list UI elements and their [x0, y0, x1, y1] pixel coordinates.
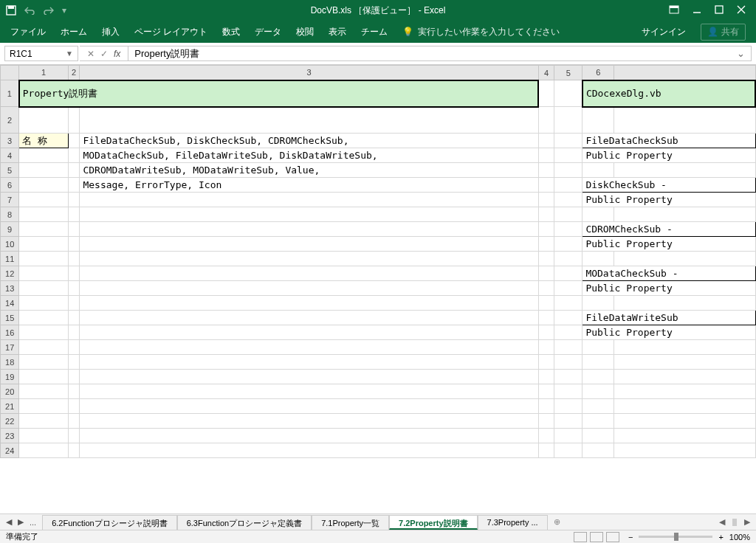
sheet-tab[interactable]: 6.2Functionプロシージャ説明書: [42, 515, 176, 530]
cell[interactable]: [583, 370, 614, 384]
cell[interactable]: [554, 134, 583, 148]
cell[interactable]: [80, 443, 538, 458]
cell[interactable]: [19, 178, 69, 193]
cell[interactable]: [538, 222, 554, 237]
col-header[interactable]: 5: [554, 66, 583, 80]
cell[interactable]: [583, 443, 614, 458]
minimize-icon[interactable]: [693, 5, 701, 16]
cell[interactable]: [68, 134, 80, 148]
cell[interactable]: [554, 207, 583, 222]
cell[interactable]: [19, 429, 69, 443]
cell[interactable]: [80, 107, 538, 134]
row-header[interactable]: 4: [1, 148, 19, 163]
tab-home[interactable]: ホーム: [61, 26, 87, 38]
col-header[interactable]: 4: [538, 66, 554, 80]
cell[interactable]: [80, 384, 538, 399]
tab-team[interactable]: チーム: [361, 26, 388, 38]
cell[interactable]: [614, 355, 755, 370]
col-header[interactable]: 6: [583, 66, 614, 80]
share-button[interactable]: 👤 共有: [701, 24, 746, 41]
cell[interactable]: 名 称: [19, 134, 69, 148]
cell[interactable]: [614, 296, 755, 311]
row-header[interactable]: 21: [1, 399, 19, 414]
cell[interactable]: [554, 148, 583, 163]
cell[interactable]: [19, 148, 69, 163]
col-header[interactable]: 2: [68, 66, 80, 80]
cell[interactable]: [68, 443, 80, 458]
cell[interactable]: [538, 355, 554, 370]
cell[interactable]: [554, 370, 583, 384]
row-header[interactable]: 10: [1, 237, 19, 252]
view-layout-icon[interactable]: [590, 532, 603, 542]
cell[interactable]: [583, 340, 614, 355]
cell[interactable]: [538, 178, 554, 193]
row-header[interactable]: 3: [1, 134, 19, 148]
cell[interactable]: [19, 222, 69, 237]
cell[interactable]: Public Property: [583, 237, 755, 252]
cell[interactable]: MODataCheckSub -: [583, 266, 755, 281]
add-sheet-icon[interactable]: ⊕: [548, 514, 566, 530]
cell[interactable]: [554, 252, 583, 266]
cell[interactable]: [19, 443, 69, 458]
cell[interactable]: [19, 281, 69, 296]
cell[interactable]: [80, 325, 538, 340]
cell[interactable]: [19, 399, 69, 414]
cell[interactable]: [554, 281, 583, 296]
cell[interactable]: [538, 193, 554, 207]
cell[interactable]: [538, 266, 554, 281]
cell[interactable]: [68, 281, 80, 296]
row-header[interactable]: 18: [1, 355, 19, 370]
sign-in[interactable]: サインイン: [642, 26, 686, 38]
cell[interactable]: [80, 193, 538, 207]
cell[interactable]: [68, 325, 80, 340]
cell[interactable]: [614, 163, 755, 178]
cell[interactable]: [583, 414, 614, 429]
cell[interactable]: [554, 443, 583, 458]
enter-icon[interactable]: ✓: [100, 49, 108, 59]
select-all[interactable]: [1, 66, 19, 80]
cell[interactable]: [19, 414, 69, 429]
zoom-in-icon[interactable]: +: [718, 533, 723, 542]
cell[interactable]: [538, 134, 554, 148]
row-header[interactable]: 15: [1, 311, 19, 325]
col-header[interactable]: 1: [19, 66, 69, 80]
cell[interactable]: [583, 429, 614, 443]
cell[interactable]: [80, 429, 538, 443]
cell[interactable]: [68, 193, 80, 207]
row-header[interactable]: 24: [1, 443, 19, 458]
cell[interactable]: [614, 252, 755, 266]
cell[interactable]: [80, 370, 538, 384]
undo-icon[interactable]: [24, 6, 35, 15]
redo-icon[interactable]: [43, 6, 55, 15]
cell[interactable]: [538, 80, 554, 107]
cell[interactable]: [614, 399, 755, 414]
cell[interactable]: [19, 370, 69, 384]
cell[interactable]: [68, 355, 80, 370]
cell[interactable]: [80, 296, 538, 311]
hscroll-right-icon[interactable]: ▶: [744, 517, 750, 527]
tab-data[interactable]: データ: [255, 26, 281, 38]
cell[interactable]: [68, 178, 80, 193]
chevron-down-icon[interactable]: ▼: [66, 49, 73, 58]
hscroll-left-icon[interactable]: ◀: [719, 517, 725, 527]
row-header[interactable]: 17: [1, 340, 19, 355]
cell[interactable]: [554, 340, 583, 355]
cell[interactable]: [538, 252, 554, 266]
cell[interactable]: [68, 311, 80, 325]
cell[interactable]: [68, 370, 80, 384]
name-box[interactable]: R1C1 ▼: [4, 46, 78, 61]
sheet-tab[interactable]: 7.2Property説明書: [389, 515, 478, 530]
cell[interactable]: CDROMDataWriteSub, MODataWriteSub, Value…: [80, 163, 538, 178]
cell[interactable]: [80, 311, 538, 325]
cell[interactable]: [583, 399, 614, 414]
cell[interactable]: [583, 163, 614, 178]
cell[interactable]: [19, 296, 69, 311]
cell[interactable]: [538, 296, 554, 311]
col-header[interactable]: [614, 66, 755, 80]
cell[interactable]: Public Property: [583, 148, 755, 163]
row-header[interactable]: 9: [1, 222, 19, 237]
cell[interactable]: [68, 296, 80, 311]
cell[interactable]: [19, 163, 69, 178]
close-icon[interactable]: [737, 5, 746, 16]
cell[interactable]: [554, 296, 583, 311]
